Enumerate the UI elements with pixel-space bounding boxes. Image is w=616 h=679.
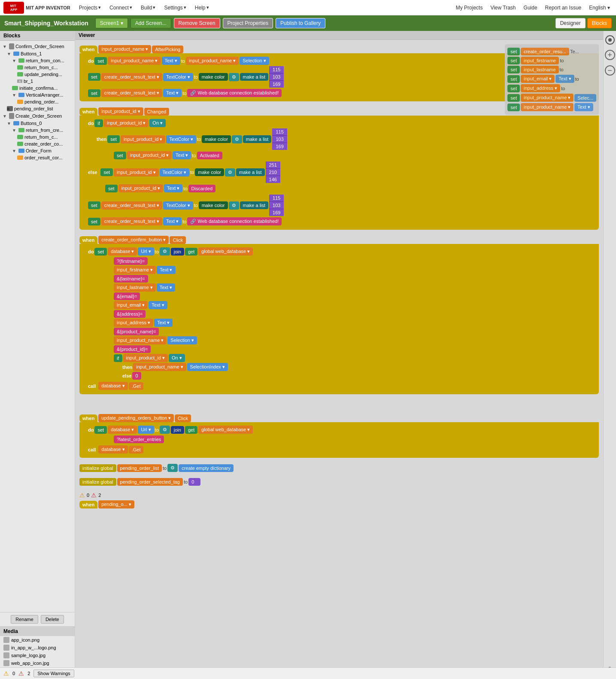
join-else2: else 0 [122, 372, 595, 380]
event-trigger: AfterPicking [152, 46, 183, 53]
set-else2: set [105, 185, 118, 192]
warning-count: 0 [12, 671, 15, 676]
media-item-in-app-logo[interactable]: in_app_w_...logo.png [0, 644, 75, 652]
delete-button[interactable]: Delete [41, 615, 64, 624]
if-kw: if [94, 119, 103, 127]
tree-item-order-form[interactable]: ▼ Order_Form [2, 147, 73, 154]
project-properties-button[interactable]: Project Properties [223, 18, 273, 28]
ov-prop7: input_product_name ▾ [521, 103, 574, 111]
join-row5: &{email}= [114, 292, 595, 300]
center-view-button[interactable] [605, 35, 615, 45]
zoom-out-button[interactable]: − [605, 65, 615, 76]
ln-name: input_lastname ▾ [114, 283, 156, 292]
sidebar-header: Blocks [0, 31, 75, 41]
else-prop2: input_product_id ▾ [118, 184, 163, 192]
call-get: .Get [129, 382, 144, 390]
button-icon [17, 135, 23, 139]
else-row: else set input_product_id ▾ TextColor ▾ … [88, 161, 595, 183]
report-issue-button[interactable]: Report an Issue [543, 3, 584, 12]
join-row2: input_firstname ▾ Text ▾ [114, 266, 595, 274]
zoom-in-button[interactable]: + [605, 50, 615, 60]
tree-item-create-order-co[interactable]: create_order_co... [2, 140, 73, 147]
publish-to-gallery-button[interactable]: Publish to Gallery [276, 18, 325, 28]
button-icon [18, 128, 24, 132]
db2-name: database ▾ [108, 426, 137, 434]
warning-count-display: 0 [87, 493, 89, 498]
settings-menu[interactable]: Settings ▾ [161, 3, 189, 12]
join-str4: &{address}= [114, 310, 146, 318]
designer-button[interactable]: Designer [555, 18, 586, 28]
tree-item-buttons1[interactable]: ▼ Buttons_1 [2, 50, 73, 57]
guide-button[interactable]: Guide [521, 3, 540, 12]
tree-item-br1[interactable]: A br_1 [2, 78, 73, 85]
tree-item-return-from-c[interactable]: return_from_c... [2, 64, 73, 71]
screen-icon [9, 113, 14, 119]
my-projects-button[interactable]: My Projects [453, 3, 486, 12]
projects-menu[interactable]: Projects ▾ [76, 3, 104, 12]
color-nums-4: 115 103 169 [269, 195, 284, 216]
view-trash-button[interactable]: View Trash [488, 3, 518, 12]
tree-item-vertical-arranger[interactable]: ▼ VerticalArranger... [2, 91, 73, 98]
make-color3: make color [195, 168, 224, 176]
show-warnings-button[interactable]: Show Warnings [33, 670, 74, 677]
join-row9: &{product_name}= [114, 328, 595, 335]
then-selidx: SelectionIndex ▾ [187, 363, 228, 371]
join-row3: &{lastname}= [114, 275, 595, 283]
blocks-button[interactable]: Blocks [587, 18, 612, 28]
project-name: Smart_Shipping_Workstation [4, 20, 88, 27]
mit-logo: MITAPP [3, 2, 24, 14]
media-item-sample-logo[interactable]: sample_logo.jpg [0, 652, 75, 659]
sidebar-tree[interactable]: ▼ Confirm_Order_Screen ▼ Buttons_1 ▼ ret… [0, 41, 75, 612]
when2-keyword: when [79, 108, 97, 116]
on-kw: On ▾ [149, 119, 166, 127]
tree-item-update-pending[interactable]: update_pending... [2, 71, 73, 78]
tree-item-return-from-c2[interactable]: return_from_c... [2, 134, 73, 140]
when5-header: when pending_o... ▾ [79, 500, 599, 508]
error-icon: ⚠ [18, 670, 24, 677]
tree-item-buttons0[interactable]: ▼ Buttons_0 [2, 120, 73, 127]
join-row10: input_product_name ▾ Selection ▾ [114, 336, 595, 344]
media-header: Media [0, 627, 75, 636]
event5-name: pending_o... ▾ [98, 500, 134, 508]
textcolor-kw: TextColor ▾ [163, 73, 193, 81]
textbox-icon [17, 155, 23, 160]
tree-item-return-from-cre[interactable]: ▼ return_from_cre... [2, 127, 73, 134]
viewer[interactable]: Viewer when input_product_name ▾ AfterPi… [75, 31, 603, 679]
set-db2: set [94, 426, 107, 434]
help-menu[interactable]: Help ▾ [191, 3, 212, 12]
url2-kw: Url ▾ [138, 426, 154, 434]
when-keyword: when [79, 46, 97, 53]
when2-do-label: do if input_product_id ▾ On ▾ [88, 119, 595, 127]
set-db: set [94, 248, 107, 256]
ov-set1: set [507, 48, 520, 55]
media-item-app-icon[interactable]: app_icon.png [0, 636, 75, 644]
tree-item-order-result-cor[interactable]: order_result_cor... [2, 154, 73, 161]
tree-item-pending-order-list[interactable]: ≡ pending_order_list [2, 105, 73, 112]
rename-button[interactable]: Rename [11, 615, 38, 624]
cond-name: input_product_id ▾ [104, 119, 149, 127]
final-textcolor: TextColor ▾ [163, 201, 193, 210]
add-screen-button[interactable]: Add Screen... [130, 18, 171, 28]
tree-item-return-from-con[interactable]: ▼ return_from_con... [2, 57, 73, 64]
language-button[interactable]: English ▾ [586, 3, 613, 12]
join-kw: join [171, 248, 184, 256]
tree-item-confirm-order-screen[interactable]: ▼ Confirm_Order_Screen [2, 43, 73, 50]
connect-menu[interactable]: Connect ▾ [106, 3, 136, 12]
event4-trigger: Click [175, 414, 191, 422]
blocks-canvas: when input_product_name ▾ AfterPicking d… [75, 40, 603, 519]
overlay-row2: set input_firstname to [507, 57, 596, 64]
build-menu[interactable]: Build ▾ [137, 3, 159, 12]
tree-item-create-order-screen[interactable]: ▼ Create_Order_Screen [2, 112, 73, 120]
gear7: ⚙ [167, 464, 178, 472]
media-item-web-app-icon[interactable]: web_app_icon.jpg [0, 659, 75, 667]
join-then: then input_product_name ▾ SelectionIndex… [122, 363, 595, 371]
error-triangle: ⚠ [91, 492, 97, 499]
remove-screen-button[interactable]: Remove Screen [174, 18, 220, 28]
tree-item-pending-order[interactable]: pending_order... [2, 98, 73, 105]
block-group-4: when update_pending_orders_button ▾ Clic… [79, 414, 599, 458]
join2-kw: join [171, 426, 184, 434]
init-kw: initialize global [79, 464, 116, 472]
tree-item-initiate-confirma[interactable]: initiate_confirma... [2, 85, 73, 91]
ov-prop6: input_product_name ▾ [521, 94, 574, 102]
screen1-button[interactable]: Screen1 ▾ [95, 18, 128, 28]
